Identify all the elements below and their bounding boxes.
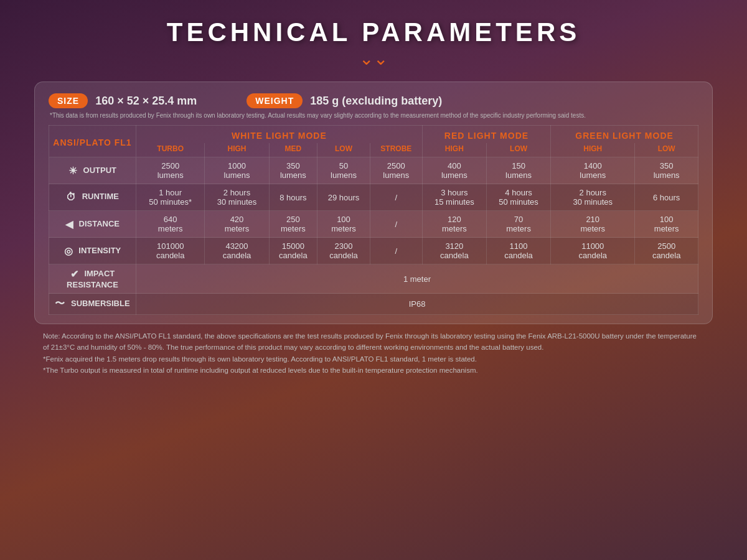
runtime-turbo: 1 hour50 minutes*	[136, 184, 205, 211]
intensity-strobe: /	[370, 238, 422, 264]
intensity-icon: ◎	[64, 245, 73, 257]
weight-badge: WEIGHT	[247, 93, 303, 108]
intensity-low-w: 2300candela	[317, 238, 370, 264]
distance-low-w: 100meters	[317, 211, 370, 238]
size-badge: SIZE	[49, 93, 88, 108]
size-weight-row: SIZE 160 × 52 × 25.4 mm WEIGHT 185 g (ex…	[49, 93, 698, 108]
intensity-green-low: 2500candela	[635, 238, 698, 264]
weight-value: 185 g (excluding battery)	[310, 95, 442, 108]
runtime-med-w: 8 hours	[269, 184, 317, 211]
distance-red-high: 120meters	[422, 211, 486, 238]
sub-strobe: STROBE	[370, 143, 422, 157]
runtime-green-high: 2 hours30 minutes	[551, 184, 635, 211]
intensity-label: ◎ INTENSITY	[49, 238, 136, 264]
red-mode-header: RED LIGHT MODE	[422, 126, 550, 144]
sub-green-low: LOW	[635, 143, 698, 157]
distance-strobe: /	[370, 211, 422, 238]
distance-red-low: 70meters	[486, 211, 550, 238]
output-turbo: 2500lumens	[136, 157, 205, 184]
title-section: TECHNICAL PARAMETERS ⌄⌄	[167, 0, 580, 82]
distance-icon: ◀	[65, 218, 73, 230]
output-icon: ☀	[68, 165, 77, 177]
ansi-label: ANSI/PLATO FL1	[49, 126, 136, 157]
output-med-w: 350lumens	[269, 157, 317, 184]
green-mode-header: GREEN LIGHT MODE	[551, 126, 698, 144]
intensity-red-high: 3120candela	[422, 238, 486, 264]
runtime-green-low: 6 hours	[635, 184, 698, 211]
page-title: TECHNICAL PARAMETERS	[167, 17, 580, 47]
size-value: 160 × 52 × 25.4 mm	[95, 95, 197, 108]
submersible-row: 〜 SUBMERSIBLE IP68	[49, 294, 698, 315]
sub-med: MED	[269, 143, 317, 157]
impact-icon: ✔	[70, 268, 78, 280]
distance-turbo: 640meters	[136, 211, 205, 238]
note-3: *The Turbo output is measured in total o…	[43, 365, 704, 376]
note-1: Note: According to the ANSI/PLATO FL1 st…	[43, 330, 704, 353]
white-mode-header: WHITE LIGHT MODE	[136, 126, 423, 144]
output-row: ☀ OUTPUT 2500lumens 1000lumens 350lumens…	[49, 157, 698, 184]
impact-value: 1 meter	[136, 264, 698, 294]
intensity-row: ◎ INTENSITY 101000candela 43200candela 1…	[49, 238, 698, 264]
intensity-med-w: 15000candela	[269, 238, 317, 264]
sub-red-high: HIGH	[422, 143, 486, 157]
runtime-red-low: 4 hours50 minutes	[486, 184, 550, 211]
output-green-low: 350lumens	[635, 157, 698, 184]
runtime-red-high: 3 hours15 minutes	[422, 184, 486, 211]
submode-header-row: TURBO HIGH MED LOW STROBE HIGH LOW HIGH …	[49, 143, 698, 157]
runtime-row: ⏱ RUNTIME 1 hour50 minutes* 2 hours30 mi…	[49, 184, 698, 211]
intensity-turbo: 101000candela	[136, 238, 205, 264]
runtime-label: ⏱ RUNTIME	[49, 184, 136, 211]
params-table: ANSI/PLATO FL1 WHITE LIGHT MODE RED LIGH…	[49, 125, 698, 315]
sub-high-w: HIGH	[205, 143, 269, 157]
mode-header-row: ANSI/PLATO FL1 WHITE LIGHT MODE RED LIGH…	[49, 126, 698, 144]
notes-section: Note: According to the ANSI/PLATO FL1 st…	[34, 324, 713, 376]
output-strobe: 2500lumens	[370, 157, 422, 184]
output-label: ☀ OUTPUT	[49, 157, 136, 184]
intensity-red-low: 1100candela	[486, 238, 550, 264]
output-red-high: 400lumens	[422, 157, 486, 184]
output-low-w: 50lumens	[317, 157, 370, 184]
submersible-icon: 〜	[55, 297, 65, 310]
impact-label: ✔ IMPACTRESISTANCE	[49, 264, 136, 294]
intensity-green-high: 11000candela	[551, 238, 635, 264]
runtime-low-w: 29 hours	[317, 184, 370, 211]
chevron-icon: ⌄⌄	[167, 50, 580, 68]
impact-row: ✔ IMPACTRESISTANCE 1 meter	[49, 264, 698, 294]
sub-red-low: LOW	[486, 143, 550, 157]
distance-row: ◀ DISTANCE 640meters 420meters 250meters…	[49, 211, 698, 238]
parameters-card: SIZE 160 × 52 × 25.4 mm WEIGHT 185 g (ex…	[34, 82, 713, 324]
submersible-label: 〜 SUBMERSIBLE	[49, 294, 136, 315]
runtime-icon: ⏱	[66, 192, 76, 203]
intensity-high-w: 43200candela	[205, 238, 269, 264]
output-high-w: 1000lumens	[205, 157, 269, 184]
distance-green-high: 210meters	[551, 211, 635, 238]
submersible-value: IP68	[136, 294, 698, 315]
sub-turbo: TURBO	[136, 143, 205, 157]
sub-green-high: HIGH	[551, 143, 635, 157]
note-2: *Fenix acquired the 1.5 meters drop resu…	[43, 353, 704, 365]
distance-label: ◀ DISTANCE	[49, 211, 136, 238]
output-red-low: 150lumens	[486, 157, 550, 184]
distance-high-w: 420meters	[205, 211, 269, 238]
output-green-high: 1400lumens	[551, 157, 635, 184]
runtime-high-w: 2 hours30 minutes	[205, 184, 269, 211]
distance-green-low: 100meters	[635, 211, 698, 238]
sub-low-w: LOW	[317, 143, 370, 157]
runtime-strobe: /	[370, 184, 422, 211]
disclaimer-text: *This data is from results produced by F…	[49, 112, 698, 119]
distance-med-w: 250meters	[269, 211, 317, 238]
